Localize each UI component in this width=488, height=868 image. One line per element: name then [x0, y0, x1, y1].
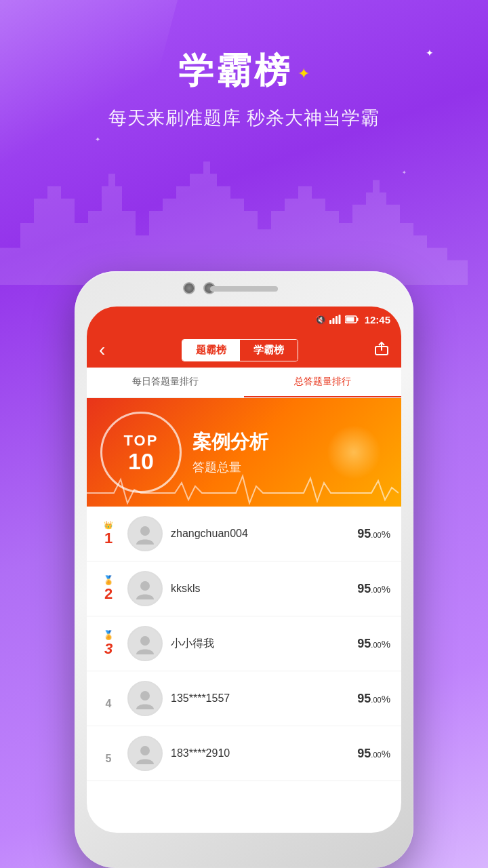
table-row: 4 135****1557 95.00% — [87, 671, 401, 726]
case-title: 案例分析 — [192, 429, 390, 455]
rank-number: 5 — [106, 753, 112, 764]
svg-point-9 — [140, 581, 150, 591]
signal-icon — [329, 315, 342, 324]
svg-rect-5 — [357, 318, 358, 321]
svg-point-12 — [140, 746, 150, 755]
svg-point-8 — [140, 526, 150, 536]
no-icon — [98, 687, 119, 698]
mute-icon: 🔇 — [315, 315, 326, 325]
phone-mockup: 🔇 12:45 ‹ — [75, 271, 413, 868]
sub-tab-daily[interactable]: 每日答题量排行 — [87, 368, 244, 397]
sub-tabs: 每日答题量排行 总答题量排行 — [87, 368, 401, 398]
nav-bar: ‹ 题霸榜 学霸榜 — [87, 332, 401, 368]
crown-icon: 👑 — [98, 521, 119, 530]
banner-info: 案例分析 答题总量 — [182, 418, 401, 486]
svg-rect-2 — [336, 316, 338, 324]
leader-name: kkskls — [171, 583, 349, 595]
num-text: 10 — [128, 450, 154, 473]
status-bar: 🔇 12:45 — [87, 307, 401, 332]
banner: TOP 10 案例分析 答题总量 — [87, 398, 401, 507]
case-sub: 答题总量 — [192, 459, 390, 475]
avatar — [127, 736, 163, 771]
rank-number: 4 — [106, 698, 112, 709]
leaderboard: 👑 1 zhangchuan004 95.00% — [87, 507, 401, 781]
rank-number: 3 — [104, 640, 113, 657]
avatar — [127, 626, 163, 661]
camera-left — [183, 282, 195, 294]
table-row: 5 183****2910 95.00% — [87, 726, 401, 781]
svg-rect-0 — [329, 320, 331, 324]
no-icon2 — [98, 742, 119, 753]
star-decoration: ✦ — [426, 47, 434, 58]
table-row: 🏅 3 小小得我 95.00% — [87, 616, 401, 671]
rank-number: 2 — [104, 585, 113, 602]
header-subtitle: 每天来刷准题库 秒杀大神当学霸 — [0, 106, 488, 130]
wings-icon2: 🏅 — [98, 630, 119, 640]
leader-score: 95.00% — [357, 692, 390, 706]
leader-score: 95.00% — [357, 527, 390, 541]
phone-speaker — [210, 286, 278, 292]
leader-name: 135****1557 — [171, 692, 349, 705]
leader-name: 小小得我 — [171, 637, 349, 651]
leader-name: 183****2910 — [171, 747, 349, 760]
avatar — [127, 571, 163, 606]
svg-rect-3 — [338, 315, 340, 324]
star-decoration2: ✦ — [95, 136, 100, 143]
share-button[interactable] — [374, 341, 389, 359]
svg-rect-6 — [346, 317, 354, 322]
status-time: 12:45 — [365, 314, 390, 326]
avatar — [127, 681, 163, 716]
sparkle-icon: ✦ — [298, 65, 310, 82]
nav-tabs: 题霸榜 学霸榜 — [182, 339, 298, 361]
svg-rect-1 — [332, 318, 334, 324]
sub-tab-total[interactable]: 总答题量排行 — [244, 368, 401, 397]
star-decoration3: ✦ — [402, 170, 407, 176]
wings-icon: 🏅 — [98, 575, 119, 585]
svg-point-11 — [140, 691, 150, 701]
table-row: 🏅 2 kkskls 95.00% — [87, 561, 401, 616]
tab-tiba[interactable]: 题霸榜 — [182, 340, 240, 361]
back-button[interactable]: ‹ — [99, 339, 105, 361]
tab-xueba[interactable]: 学霸榜 — [240, 340, 298, 361]
top10-badge: TOP 10 — [100, 412, 182, 493]
top-text: TOP — [124, 432, 159, 450]
phone-screen: 🔇 12:45 ‹ — [87, 307, 401, 833]
battery-icon — [345, 315, 359, 323]
leader-score: 95.00% — [357, 637, 390, 651]
leader-score: 95.00% — [357, 582, 390, 596]
page-title: 学霸榜 ✦ — [0, 47, 488, 95]
table-row: 👑 1 zhangchuan004 95.00% — [87, 507, 401, 561]
svg-point-10 — [140, 636, 150, 646]
avatar — [127, 516, 163, 551]
leader-score: 95.00% — [357, 747, 390, 761]
rank-number: 1 — [104, 530, 113, 547]
leader-name: zhangchuan004 — [171, 528, 349, 540]
